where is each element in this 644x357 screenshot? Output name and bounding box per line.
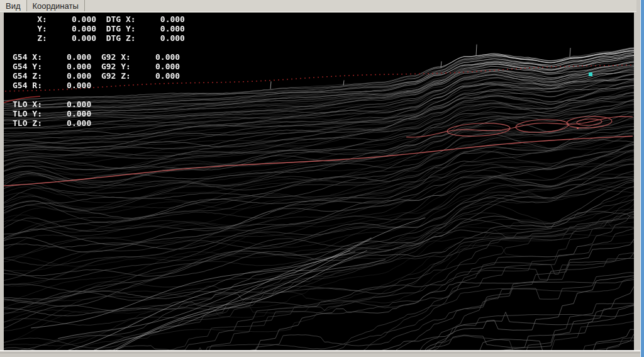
tab-preview[interactable]: Вид [0,0,27,11]
preview-canvas-area[interactable]: X: 0.000 DTG X: 0.000 Y: 0.000 DTG Y: 0.… [4,13,634,350]
tabbar-filler [85,0,636,11]
tab-coordinates[interactable]: Координаты [27,0,85,11]
window-right-border [640,0,644,357]
window-bottom-strip [0,350,640,357]
cnc-preview-window: Вид Координаты X: 0.000 DTG X: 0.000 Y: … [0,0,644,357]
backplot-canvas[interactable] [4,13,634,350]
preview-tabbar: Вид Координаты [0,0,636,12]
tool-position-marker [589,72,592,76]
